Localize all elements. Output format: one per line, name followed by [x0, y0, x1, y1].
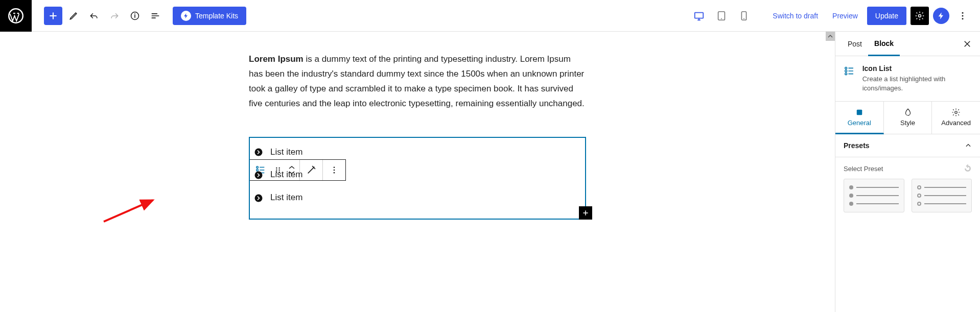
tablet-preview-button[interactable]: [712, 7, 731, 25]
redo-icon: [109, 11, 120, 21]
subtab-general[interactable]: General: [835, 102, 884, 134]
close-sidebar-button[interactable]: [961, 37, 974, 51]
select-preset-row: Select Preset: [835, 157, 980, 175]
svg-rect-30: [857, 110, 862, 115]
top-bar-left-tools: Template Kits: [32, 7, 246, 25]
update-button[interactable]: Update: [867, 7, 906, 25]
tab-block[interactable]: Block: [868, 32, 900, 56]
list-item-text[interactable]: List item: [270, 167, 302, 182]
desktop-icon: [693, 10, 705, 21]
svg-point-31: [955, 111, 958, 114]
plugin-bolt-button[interactable]: [933, 8, 949, 24]
add-block-button[interactable]: [44, 7, 62, 25]
block-settings-sidebar: Post Block Icon List Create a list highl…: [835, 32, 980, 312]
subtab-advanced-label: Advanced: [941, 119, 971, 127]
template-kits-label: Template Kits: [195, 12, 238, 20]
block-description: Icon List Create a list highlighted with…: [835, 56, 980, 102]
list-view-button[interactable]: [146, 7, 165, 25]
block-name-label: Icon List: [862, 64, 972, 73]
outline-icon: [150, 11, 160, 21]
annotation-arrow-icon: [100, 195, 161, 226]
close-icon: [963, 39, 972, 49]
paragraph-block[interactable]: Lorem Ipsum is a dummy text of the print…: [249, 52, 586, 111]
subtab-advanced[interactable]: Advanced: [932, 102, 980, 134]
plus-icon: [48, 11, 58, 21]
undo-button[interactable]: [85, 7, 103, 25]
wordpress-icon: [8, 8, 24, 23]
svg-point-6: [743, 18, 744, 19]
arrow-circle-right-icon: [254, 171, 263, 180]
pencil-icon: [68, 11, 79, 21]
top-bar-right-tools: Switch to draft Preview Update: [690, 7, 980, 25]
sidebar-tabs: Post Block: [835, 32, 980, 56]
settings-subtabs: General Style Advanced: [835, 102, 980, 134]
kebab-icon: [958, 11, 968, 21]
chevron-up-icon: [965, 142, 972, 149]
svg-point-10: [962, 18, 964, 19]
edit-tool-button[interactable]: [64, 7, 83, 25]
settings-panel-toggle[interactable]: [911, 7, 929, 25]
add-list-item-button[interactable]: [579, 206, 592, 220]
general-icon: [855, 108, 864, 117]
select-preset-label: Select Preset: [844, 165, 883, 173]
svg-point-24: [255, 171, 263, 179]
svg-point-23: [255, 149, 263, 156]
undo-icon: [89, 11, 99, 21]
list-item[interactable]: List item: [252, 141, 583, 164]
svg-point-28: [845, 70, 847, 72]
svg-point-25: [255, 194, 263, 202]
svg-line-26: [104, 200, 153, 222]
icon-list-icon: [844, 64, 855, 78]
list-item[interactable]: List item: [252, 186, 583, 209]
editor-top-bar: Template Kits Switch to draft Preview Up…: [0, 0, 980, 32]
gear-icon: [915, 11, 925, 21]
svg-point-8: [962, 12, 964, 13]
info-icon: [130, 11, 140, 21]
plus-icon: [581, 209, 590, 217]
subtab-style-label: Style: [900, 119, 915, 127]
svg-point-27: [845, 67, 847, 69]
preset-options: [835, 175, 980, 221]
icon-list-block[interactable]: List item List item List item: [249, 137, 586, 220]
arrow-circle-right-icon: [254, 148, 263, 157]
more-options-button[interactable]: [953, 7, 972, 25]
tab-post[interactable]: Post: [842, 33, 868, 55]
mobile-icon: [738, 10, 750, 21]
preset-option-1[interactable]: [844, 179, 904, 212]
svg-point-9: [962, 15, 964, 16]
svg-point-29: [845, 73, 847, 75]
editor-canvas[interactable]: Lorem Ipsum is a dummy text of the print…: [0, 32, 835, 312]
svg-rect-2: [695, 12, 704, 18]
presets-header-label: Presets: [844, 141, 870, 150]
list-item-text[interactable]: List item: [270, 145, 302, 160]
subtab-general-label: General: [848, 119, 871, 127]
tablet-icon: [716, 10, 727, 21]
desktop-preview-button[interactable]: [690, 7, 708, 25]
redo-button[interactable]: [105, 7, 124, 25]
paragraph-bold: Lorem Ipsum: [249, 54, 304, 64]
advanced-gear-icon: [951, 108, 961, 117]
subtab-style[interactable]: Style: [884, 102, 932, 134]
svg-point-4: [721, 18, 722, 19]
document-overview-button[interactable]: [126, 7, 144, 25]
mobile-preview-button[interactable]: [735, 7, 753, 25]
bolt-icon: [181, 11, 191, 21]
switch-to-draft-button[interactable]: Switch to draft: [767, 8, 823, 24]
wordpress-logo[interactable]: [0, 0, 32, 32]
svg-point-7: [919, 14, 921, 17]
template-kits-button[interactable]: Template Kits: [173, 7, 246, 25]
bolt-icon: [937, 12, 945, 20]
refresh-icon: [964, 164, 972, 173]
reset-preset-button[interactable]: [964, 164, 972, 173]
list-item-text[interactable]: List item: [270, 190, 302, 205]
arrow-circle-right-icon: [254, 194, 263, 203]
presets-section-toggle[interactable]: Presets: [835, 134, 980, 157]
post-content: Lorem Ipsum is a dummy text of the print…: [249, 52, 586, 220]
preview-button[interactable]: Preview: [827, 8, 863, 24]
list-item[interactable]: List item: [252, 163, 583, 186]
block-description-text: Create a list highlighted with icons/ima…: [862, 75, 972, 93]
style-icon: [903, 108, 913, 117]
preset-option-2[interactable]: [912, 179, 972, 212]
